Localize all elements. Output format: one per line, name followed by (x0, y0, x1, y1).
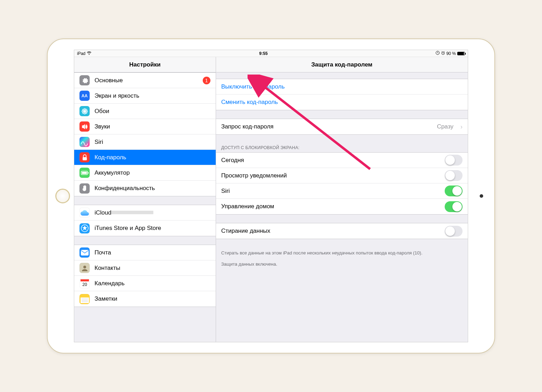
sidebar-item-display[interactable]: AAЭкран и яркость (74, 88, 216, 104)
mail-icon (79, 247, 90, 258)
sidebar-title: Настройки (74, 57, 216, 72)
require-passcode-row[interactable]: Запрос код-пароля Сразу › (216, 119, 468, 134)
battery-icon (457, 52, 465, 55)
sidebar-item-label: Экран и яркость (95, 92, 139, 99)
badge: 1 (203, 77, 210, 84)
svg-rect-14 (88, 172, 89, 174)
sidebar-item-siri[interactable]: Siri (74, 134, 216, 150)
wifi-icon (87, 51, 91, 56)
sidebar-group: ПочтаКонтакты20КалендарьЗаметки (74, 245, 216, 307)
sidebar-item-privacy[interactable]: Конфиденциальность (74, 181, 216, 196)
clock: 9:55 (259, 51, 267, 56)
disable-passcode-row[interactable]: Выключить код-пароль (216, 79, 468, 94)
svg-point-17 (83, 266, 86, 268)
sidebar-item-label: Siri (95, 139, 103, 145)
sidebar-item-sub (111, 211, 153, 214)
device-label: iPad (77, 51, 85, 56)
change-passcode-row[interactable]: Сменить код-пароль (216, 94, 468, 110)
svg-rect-16 (81, 250, 89, 255)
erase-group: Стирание данных (216, 223, 468, 239)
svg-text:20: 20 (82, 282, 87, 287)
sidebar-item-itunes[interactable]: iTunes Store и App Store (74, 220, 216, 236)
sidebar-item-passcode[interactable]: Код-пароль (74, 150, 216, 165)
svg-rect-18 (81, 279, 89, 281)
detail-pane: Защита код-паролем Выключить код-пароль … (216, 57, 468, 342)
contacts-icon (79, 263, 90, 273)
svg-point-9 (82, 112, 84, 113)
lockscreen-access-header: ДОСТУП С БЛОКИРОВКОЙ ЭКРАНА: (216, 143, 468, 152)
svg-point-5 (82, 111, 83, 112)
sidebar-item-label: Почта (95, 249, 111, 256)
toggle-switch-home[interactable] (445, 201, 463, 212)
disable-passcode-label: Выключить код-пароль (221, 83, 285, 90)
toggle-row-notif[interactable]: Просмотр уведомлений (216, 168, 468, 183)
battery-percent: 90 % (446, 51, 456, 56)
toggle-label: Управление домом (221, 203, 440, 210)
speaker-icon (79, 121, 90, 132)
toggle-label: Просмотр уведомлений (221, 172, 440, 179)
sidebar-item-label: Звуки (95, 123, 110, 130)
svg-point-6 (86, 111, 88, 112)
sidebar-item-wallpaper[interactable]: Обои (74, 104, 216, 119)
sidebar-item-label: Аккумулятор (95, 169, 130, 176)
sidebar-item-calendar[interactable]: 20Календарь (74, 276, 216, 291)
appstore-icon (79, 223, 90, 233)
rotation-lock-icon (436, 51, 440, 56)
svg-point-2 (84, 110, 86, 112)
sidebar-item-label: Обои (95, 108, 109, 114)
sidebar-item-label: Код-пароль (95, 154, 126, 161)
require-passcode-value: Сразу (437, 123, 453, 130)
sidebar-item-label: Контакты (95, 265, 120, 271)
toggle-row-today[interactable]: Сегодня (216, 153, 468, 168)
lockscreen-toggles-group: СегодняПросмотр уведомленийSiriУправлени… (216, 152, 468, 215)
hand-icon (79, 183, 90, 194)
require-passcode-label: Запрос код-пароля (221, 123, 432, 130)
sidebar-item-sounds[interactable]: Звуки (74, 119, 216, 134)
toggle-switch-siri[interactable] (445, 186, 463, 196)
sidebar-item-label: Заметки (95, 295, 117, 302)
svg-point-8 (85, 109, 87, 110)
toggle-row-home[interactable]: Управление домом (216, 199, 468, 214)
sidebar-item-battery[interactable]: Аккумулятор (74, 165, 216, 181)
change-passcode-label: Сменить код-пароль (221, 99, 278, 106)
svg-point-7 (82, 109, 84, 110)
chevron-right-icon: › (460, 123, 463, 131)
settings-sidebar: Настройки Основные1AAЭкран и яркостьОбои… (74, 57, 216, 342)
sidebar-item-icloud[interactable]: iCloud (74, 205, 216, 220)
home-button[interactable] (55, 189, 70, 203)
detail-title: Защита код-паролем (216, 57, 468, 72)
sidebar-item-label: Конфиденциальность (95, 185, 155, 191)
sidebar-item-label: Основные (95, 77, 123, 84)
notes-icon (79, 294, 90, 304)
gear-icon (79, 75, 90, 85)
status-bar: iPad 9:55 90 % (74, 50, 468, 57)
alarm-icon (441, 51, 445, 56)
erase-data-toggle[interactable] (445, 226, 463, 237)
toggle-switch-notif[interactable] (445, 170, 463, 181)
toggle-switch-today[interactable] (445, 155, 463, 166)
erase-footer: Стирать все данные на этом iPad после не… (216, 247, 468, 259)
toggle-label: Siri (221, 188, 440, 195)
erase-data-row[interactable]: Стирание данных (216, 223, 468, 239)
siri-icon (79, 137, 90, 147)
sidebar-item-general[interactable]: Основные1 (74, 73, 216, 88)
svg-rect-11 (83, 157, 87, 160)
sidebar-item-label: iCloud (95, 209, 111, 216)
screen: iPad 9:55 90 % Настройки Основные1A (74, 50, 468, 342)
tablet-frame: iPad 9:55 90 % Настройки Основные1A (47, 38, 495, 354)
sidebar-item-mail[interactable]: Почта (74, 245, 216, 260)
erase-data-label: Стирание данных (221, 227, 440, 234)
toggle-row-siri[interactable]: Siri (216, 183, 468, 199)
svg-point-10 (85, 112, 87, 113)
svg-point-3 (84, 108, 85, 110)
svg-rect-21 (81, 295, 89, 298)
sidebar-group: iCloud iTunes Store и App Store (74, 205, 216, 236)
svg-point-4 (84, 113, 85, 114)
sidebar-item-label: Календарь (95, 280, 125, 287)
lock-icon (79, 152, 90, 162)
sidebar-item-notes[interactable]: Заметки (74, 291, 216, 307)
cloud-icon (79, 208, 90, 218)
AA-icon: AA (79, 91, 90, 101)
sidebar-item-contacts[interactable]: Контакты (74, 260, 216, 276)
svg-rect-13 (82, 172, 87, 174)
